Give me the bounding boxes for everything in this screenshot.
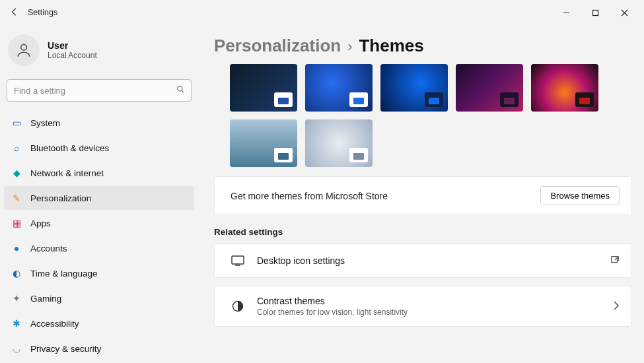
setting-icon xyxy=(231,253,245,268)
sidebar-item-personalization[interactable]: ✎Personalization xyxy=(4,186,194,210)
nav-icon: ▦ xyxy=(11,217,22,229)
theme-tile[interactable] xyxy=(305,64,373,112)
setting-row[interactable]: Desktop icon settings xyxy=(214,244,632,278)
theme-tile[interactable] xyxy=(230,64,297,112)
search-input[interactable] xyxy=(7,79,192,102)
theme-swatch xyxy=(500,92,519,107)
nav-icon: ◆ xyxy=(11,167,22,179)
svg-line-8 xyxy=(615,256,618,259)
themes-grid xyxy=(214,63,632,176)
minimize-button[interactable] xyxy=(552,3,581,22)
setting-title: Contrast themes xyxy=(257,296,601,306)
titlebar: Settings xyxy=(0,0,644,25)
sidebar-item-apps[interactable]: ▦Apps xyxy=(4,211,194,235)
theme-swatch xyxy=(274,148,293,162)
theme-tile[interactable] xyxy=(531,64,598,112)
svg-point-2 xyxy=(21,44,27,50)
breadcrumb-parent[interactable]: Personalization xyxy=(214,36,341,56)
setting-subtitle: Color themes for low vision, light sensi… xyxy=(257,308,601,317)
nav-label: Network & internet xyxy=(30,168,104,178)
sidebar-item-gaming[interactable]: ✦Gaming xyxy=(4,286,194,310)
nav-icon: ◡ xyxy=(11,343,22,354)
setting-text: Contrast themesColor themes for low visi… xyxy=(257,296,601,317)
sidebar-item-privacy-security[interactable]: ◡Privacy & security xyxy=(4,337,194,360)
browse-themes-button[interactable]: Browse themes xyxy=(540,186,620,205)
svg-rect-5 xyxy=(232,256,244,264)
nav-label: Accessibility xyxy=(30,319,79,329)
close-button[interactable] xyxy=(610,3,639,22)
svg-point-3 xyxy=(178,86,182,91)
nav-label: Gaming xyxy=(30,294,61,304)
sidebar-item-accounts[interactable]: ●Accounts xyxy=(4,236,194,260)
nav-icon: ● xyxy=(11,242,22,254)
sidebar-item-bluetooth-devices[interactable]: ⌕Bluetooth & devices xyxy=(4,136,194,160)
related-heading: Related settings xyxy=(214,227,632,237)
user-block[interactable]: User Local Account xyxy=(4,30,194,75)
theme-swatch xyxy=(349,92,368,107)
store-text: Get more themes from Microsoft Store xyxy=(231,191,388,201)
nav-label: Privacy & security xyxy=(30,344,101,354)
breadcrumb-current: Themes xyxy=(359,36,423,56)
nav-label: Accounts xyxy=(30,244,67,253)
setting-icon xyxy=(231,299,245,314)
theme-tile[interactable] xyxy=(230,119,297,167)
nav-label: Time & language xyxy=(30,269,98,279)
nav: ▭System⌕Bluetooth & devices◆Network & in… xyxy=(4,111,194,360)
open-external-icon xyxy=(610,255,620,267)
svg-rect-7 xyxy=(612,256,618,262)
related-list: Desktop icon settingsContrast themesColo… xyxy=(214,244,632,327)
nav-label: Personalization xyxy=(30,193,91,203)
theme-tile[interactable] xyxy=(456,64,523,112)
theme-tile[interactable] xyxy=(305,119,373,167)
theme-swatch xyxy=(575,92,594,107)
sidebar-item-time-language[interactable]: ◐Time & language xyxy=(4,261,194,285)
theme-swatch xyxy=(274,92,293,107)
breadcrumb: Personalization › Themes xyxy=(214,36,632,56)
search-icon xyxy=(176,85,185,96)
store-row: Get more themes from Microsoft Store Bro… xyxy=(214,176,632,215)
nav-label: Bluetooth & devices xyxy=(30,143,109,153)
sidebar-item-network-internet[interactable]: ◆Network & internet xyxy=(4,161,194,185)
theme-tile[interactable] xyxy=(380,64,448,112)
setting-title: Desktop icon settings xyxy=(257,255,598,266)
main: Personalization › Themes Get more themes… xyxy=(198,25,644,363)
sidebar-item-accessibility[interactable]: ✱Accessibility xyxy=(4,312,194,335)
nav-icon: ✎ xyxy=(11,192,22,204)
search-wrap xyxy=(7,79,192,102)
sidebar: User Local Account ▭System⌕Bluetooth & d… xyxy=(0,25,198,363)
app-title: Settings xyxy=(28,8,57,17)
nav-icon: ▭ xyxy=(11,117,22,129)
nav-label: Apps xyxy=(30,218,51,228)
svg-rect-1 xyxy=(592,10,598,15)
nav-label: System xyxy=(30,118,60,128)
user-name: User xyxy=(48,40,97,51)
theme-swatch xyxy=(349,148,368,162)
theme-swatch xyxy=(425,92,443,107)
nav-icon: ✦ xyxy=(11,292,22,304)
avatar xyxy=(8,34,40,66)
maximize-button[interactable] xyxy=(581,3,610,22)
setting-text: Desktop icon settings xyxy=(257,255,598,266)
chevron-right-icon xyxy=(613,301,620,312)
nav-icon: ⌕ xyxy=(11,142,22,154)
nav-icon: ✱ xyxy=(11,317,22,329)
svg-line-4 xyxy=(182,90,184,92)
back-button[interactable] xyxy=(5,7,24,18)
nav-icon: ◐ xyxy=(11,267,22,279)
setting-row[interactable]: Contrast themesColor themes for low visi… xyxy=(214,286,632,327)
chevron-right-icon: › xyxy=(347,38,352,55)
user-subtitle: Local Account xyxy=(48,51,97,60)
sidebar-item-system[interactable]: ▭System xyxy=(4,111,194,135)
